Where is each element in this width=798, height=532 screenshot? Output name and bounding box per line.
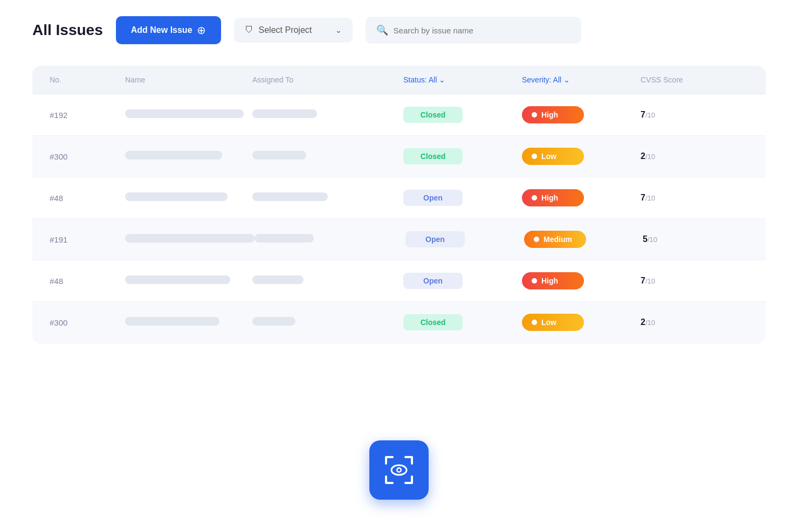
severity-badge: High [522,272,584,289]
row-assigned [252,109,403,120]
row-id: #192 [50,110,125,120]
plus-icon: ⊕ [197,24,206,37]
severity-dot [532,195,537,201]
row-status: Open [405,231,524,247]
chevron-down-icon: ⌄ [563,75,570,84]
severity-badge: High [522,189,584,206]
row-assigned [254,234,405,245]
scan-icon [382,453,416,487]
row-status: Closed [403,314,522,330]
row-assigned [252,151,403,162]
row-severity: Low [522,314,641,331]
table-row[interactable]: #192 Closed High 7/10 [32,94,766,136]
row-cvss: 2/10 [641,317,748,327]
table-row[interactable]: #300 Closed Low 2/10 [32,302,766,343]
row-status: Open [403,190,522,206]
status-badge: Open [403,273,463,289]
row-cvss: 2/10 [641,151,748,161]
severity-badge: Low [522,314,584,331]
scan-button[interactable] [369,440,429,500]
row-assigned [252,192,403,203]
chevron-down-icon: ⌄ [335,26,342,34]
status-badge: Closed [403,107,463,123]
row-id: #300 [50,152,125,161]
row-name [125,151,252,162]
severity-badge: High [522,106,584,123]
table-row[interactable]: #191 Open Medium 5/10 [32,219,766,260]
row-name [125,109,252,120]
table-row[interactable]: #48 Open High 7/10 [32,177,766,219]
row-id: #300 [50,318,125,327]
row-name [125,275,252,286]
row-name [125,317,252,328]
row-severity: High [522,272,641,289]
status-badge: Open [405,231,465,247]
row-severity: Low [522,148,641,165]
row-cvss: 7/10 [641,110,748,120]
status-badge: Open [403,190,463,206]
severity-dot [534,237,539,242]
page-container: All Issues Add New Issue ⊕ ⛉ Select Proj… [0,0,798,360]
table-row[interactable]: #48 Open High 7/10 [32,260,766,302]
col-no: No. [50,75,125,84]
severity-dot [532,154,537,159]
search-box: 🔍 [366,17,581,44]
table-row[interactable]: #300 Closed Low 2/10 [32,136,766,177]
page-title: All Issues [32,22,103,39]
filter-icon: ⛉ [245,25,253,35]
select-project-dropdown[interactable]: ⛉ Select Project ⌄ [234,18,353,43]
add-new-issue-button[interactable]: Add New Issue ⊕ [116,16,221,44]
row-status: Closed [403,148,522,164]
row-id: #191 [50,235,125,244]
severity-badge: Low [522,148,584,165]
status-badge: Closed [403,314,463,330]
severity-badge: Medium [524,231,586,248]
row-cvss: 7/10 [641,276,748,286]
col-severity-filter[interactable]: Severity: All ⌄ [522,75,641,84]
row-name [125,192,252,203]
chevron-down-icon: ⌄ [439,75,445,84]
select-project-label: Select Project [259,25,312,35]
col-name: Name [125,75,252,84]
row-id: #48 [50,277,125,286]
issues-table: No. Name Assigned To Status: All ⌄ Sever… [32,66,766,343]
status-badge: Closed [403,148,463,164]
table-header: No. Name Assigned To Status: All ⌄ Sever… [32,66,766,94]
row-cvss: 7/10 [641,193,748,203]
row-severity: High [522,189,641,206]
row-severity: High [522,106,641,123]
row-assigned [252,317,403,328]
row-name [125,234,254,245]
row-status: Closed [403,107,522,123]
row-id: #48 [50,194,125,203]
search-icon: 🔍 [376,24,388,36]
row-severity: Medium [524,231,643,248]
add-new-label: Add New Issue [131,25,192,35]
severity-dot [532,278,537,284]
svg-point-2 [398,469,401,472]
severity-dot [532,320,537,325]
severity-dot [532,112,537,118]
row-status: Open [403,273,522,289]
col-cvss: CVSS Score [641,75,748,84]
row-cvss: 5/10 [643,234,751,244]
col-assigned: Assigned To [252,75,403,84]
col-status-filter[interactable]: Status: All ⌄ [403,75,522,84]
row-assigned [252,275,403,286]
page-header: All Issues Add New Issue ⊕ ⛉ Select Proj… [32,16,766,44]
search-input[interactable] [394,26,570,35]
